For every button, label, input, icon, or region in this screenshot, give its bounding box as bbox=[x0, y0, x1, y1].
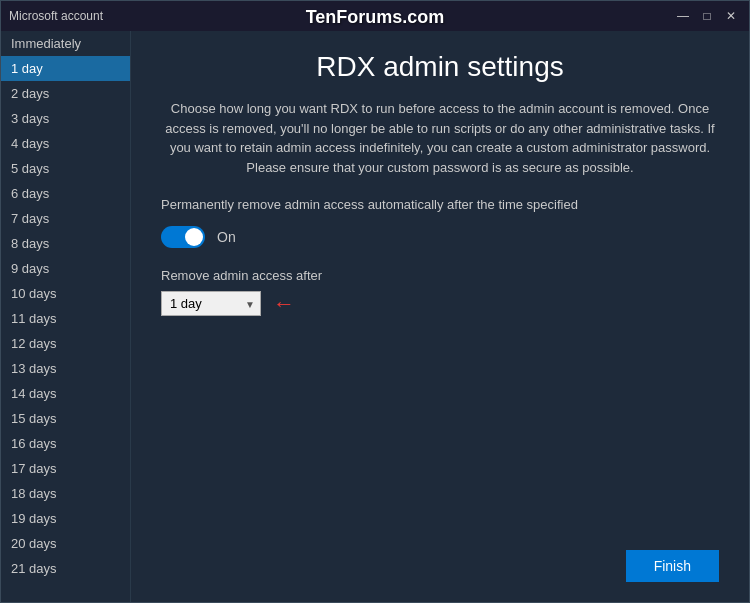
toggle-row: On bbox=[161, 226, 719, 248]
list-item[interactable]: 10 days bbox=[1, 281, 130, 306]
list-item[interactable]: 18 days bbox=[1, 481, 130, 506]
window-controls: — □ ✕ bbox=[673, 6, 741, 26]
list-item[interactable]: 1 day bbox=[1, 56, 130, 81]
list-item[interactable]: 19 days bbox=[1, 506, 130, 531]
toggle-switch[interactable] bbox=[161, 226, 205, 248]
watermark-text: TenForums.com bbox=[306, 7, 445, 28]
content-area: Immediately1 day2 days3 days4 days5 days… bbox=[1, 31, 749, 602]
list-item[interactable]: 4 days bbox=[1, 131, 130, 156]
page-title: RDX admin settings bbox=[161, 51, 719, 83]
time-list: Immediately1 day2 days3 days4 days5 days… bbox=[1, 31, 131, 602]
list-item[interactable]: 12 days bbox=[1, 331, 130, 356]
maximize-button[interactable]: □ bbox=[697, 6, 717, 26]
list-item[interactable]: 7 days bbox=[1, 206, 130, 231]
dropdown-row: 1 day Immediately 2 days 3 days ▼ ← bbox=[161, 291, 719, 316]
description-text: Choose how long you want RDX to run befo… bbox=[161, 99, 719, 177]
remove-access-label: Remove admin access after bbox=[161, 268, 719, 283]
list-item[interactable]: 9 days bbox=[1, 256, 130, 281]
list-item[interactable]: 16 days bbox=[1, 431, 130, 456]
dropdown-wrapper: 1 day Immediately 2 days 3 days ▼ bbox=[161, 291, 261, 316]
list-item[interactable]: 11 days bbox=[1, 306, 130, 331]
list-item[interactable]: 3 days bbox=[1, 106, 130, 131]
list-item[interactable]: 15 days bbox=[1, 406, 130, 431]
list-item[interactable]: 8 days bbox=[1, 231, 130, 256]
main-window: Microsoft account TenForums.com — □ ✕ Im… bbox=[0, 0, 750, 603]
list-item[interactable]: 17 days bbox=[1, 456, 130, 481]
time-dropdown[interactable]: 1 day Immediately 2 days 3 days bbox=[161, 291, 261, 316]
list-item[interactable]: 13 days bbox=[1, 356, 130, 381]
main-panel: RDX admin settings Choose how long you w… bbox=[131, 31, 749, 602]
list-item[interactable]: 20 days bbox=[1, 531, 130, 556]
finish-btn-container: Finish bbox=[626, 550, 719, 582]
title-bar-text: Microsoft account bbox=[9, 9, 103, 23]
list-item[interactable]: Immediately bbox=[1, 31, 130, 56]
section-label: Permanently remove admin access automati… bbox=[161, 197, 719, 212]
list-item[interactable]: 6 days bbox=[1, 181, 130, 206]
list-item[interactable]: 21 days bbox=[1, 556, 130, 581]
list-item[interactable]: 14 days bbox=[1, 381, 130, 406]
title-bar: Microsoft account TenForums.com — □ ✕ bbox=[1, 1, 749, 31]
list-item[interactable]: 2 days bbox=[1, 81, 130, 106]
list-item[interactable]: 5 days bbox=[1, 156, 130, 181]
finish-button[interactable]: Finish bbox=[626, 550, 719, 582]
close-button[interactable]: ✕ bbox=[721, 6, 741, 26]
minimize-button[interactable]: — bbox=[673, 6, 693, 26]
red-arrow-indicator: ← bbox=[273, 293, 295, 315]
toggle-label: On bbox=[217, 229, 236, 245]
